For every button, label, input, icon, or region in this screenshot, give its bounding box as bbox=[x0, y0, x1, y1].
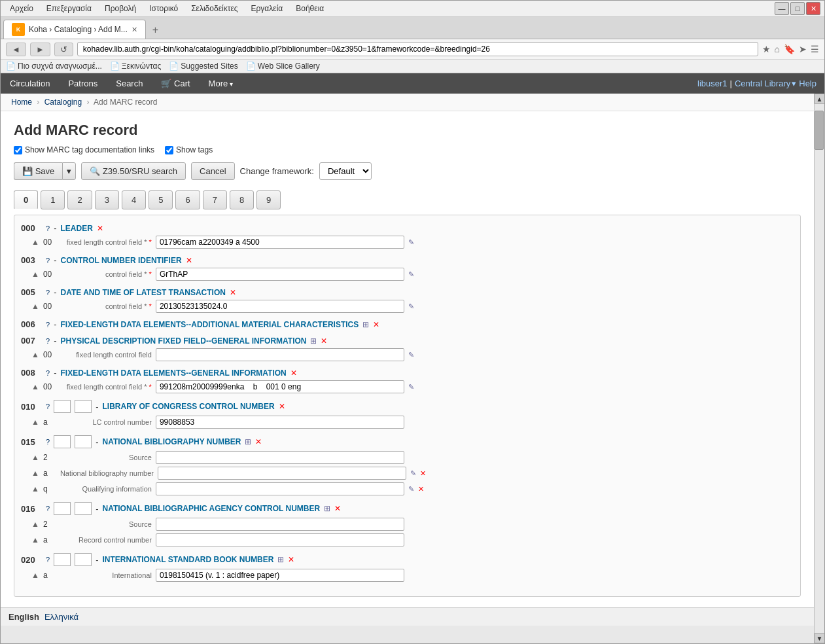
marc-help-005[interactable]: ? bbox=[46, 289, 50, 296]
subfield-edit-icon[interactable]: ✎ bbox=[408, 270, 414, 279]
marc-help-015[interactable]: ? bbox=[46, 438, 50, 446]
cancel-button[interactable]: Cancel bbox=[191, 162, 234, 180]
subfield-input-007-00[interactable] bbox=[156, 348, 404, 361]
marc-help-020[interactable]: ? bbox=[46, 556, 50, 564]
bookmark-webslice[interactable]: 📄 Web Slice Gallery bbox=[246, 62, 320, 71]
marc-ind1-020[interactable] bbox=[54, 553, 71, 566]
subfield-arrow-icon[interactable]: ▲ bbox=[31, 238, 39, 247]
bookmark-frequent[interactable]: 📄 Πιο συχνά αναγνωσμέ... bbox=[6, 62, 102, 71]
marc-clone-016[interactable]: ⊞ bbox=[324, 504, 330, 513]
breadcrumb-home[interactable]: Home bbox=[11, 98, 32, 107]
marc-tab-7[interactable]: 7 bbox=[203, 190, 227, 209]
menu-help[interactable]: Βοήθεια bbox=[290, 3, 329, 14]
nav-search[interactable]: Search bbox=[107, 73, 152, 94]
subfield-input-016-a[interactable] bbox=[156, 533, 404, 546]
show-marc-docs-label[interactable]: Show MARC tag documentation links bbox=[14, 145, 154, 154]
marc-tab-1[interactable]: 1 bbox=[41, 190, 65, 209]
nav-patrons[interactable]: Patrons bbox=[59, 73, 107, 94]
arrow-right-icon[interactable]: ➤ bbox=[799, 44, 807, 54]
marc-label-000[interactable]: LEADER bbox=[60, 224, 92, 233]
menu-file[interactable]: Αρχείο bbox=[5, 3, 39, 14]
tab-close-icon[interactable]: ✕ bbox=[132, 26, 137, 34]
marc-delete-020[interactable]: ✕ bbox=[288, 555, 294, 564]
subfield-arrow-icon[interactable]: ▲ bbox=[31, 302, 39, 311]
marc-label-006[interactable]: FIXED-LENGTH DATA ELEMENTS--ADDITIONAL M… bbox=[60, 320, 359, 329]
menu-icon[interactable]: ☰ bbox=[811, 44, 819, 54]
subfield-arrow-icon[interactable]: ▲ bbox=[31, 453, 39, 462]
subfield-input-000-00[interactable] bbox=[156, 236, 404, 249]
menu-bookmarks[interactable]: Σελιδοδείκτες bbox=[186, 3, 243, 14]
marc-delete-006[interactable]: ✕ bbox=[373, 320, 379, 329]
subfield-input-005-00[interactable] bbox=[156, 300, 404, 313]
close-button[interactable]: ✕ bbox=[806, 2, 820, 15]
marc-tab-3[interactable]: 3 bbox=[95, 190, 119, 209]
marc-tab-9[interactable]: 9 bbox=[256, 190, 281, 209]
subfield-edit-icon[interactable]: ✎ bbox=[408, 302, 414, 311]
marc-delete-000[interactable]: ✕ bbox=[97, 224, 103, 233]
marc-tab-8[interactable]: 8 bbox=[230, 190, 254, 209]
marc-tab-6[interactable]: 6 bbox=[175, 190, 200, 209]
marc-help-000[interactable]: ? bbox=[46, 224, 50, 232]
marc-label-003[interactable]: CONTROL NUMBER IDENTIFIER bbox=[60, 256, 181, 265]
star-icon[interactable]: ★ bbox=[762, 44, 771, 54]
marc-label-015[interactable]: NATIONAL BIBLIOGRAPHY NUMBER bbox=[102, 437, 241, 446]
marc-label-005[interactable]: DATE AND TIME OF LATEST TRANSACTION bbox=[60, 288, 225, 297]
bookmark-start[interactable]: 📄 Ξεκινώντας bbox=[110, 62, 161, 71]
subfield-arrow-icon[interactable]: ▲ bbox=[31, 350, 39, 359]
marc-clone-006[interactable]: ⊞ bbox=[362, 320, 369, 329]
show-marc-docs-checkbox[interactable] bbox=[14, 146, 22, 154]
marc-help-016[interactable]: ? bbox=[46, 505, 50, 512]
subfield-input-003-00[interactable] bbox=[156, 268, 404, 281]
marc-delete-003[interactable]: ✕ bbox=[186, 256, 192, 265]
subfield-arrow-icon[interactable]: ▲ bbox=[31, 382, 39, 391]
marc-clone-007[interactable]: ⊞ bbox=[310, 336, 317, 346]
marc-tab-4[interactable]: 4 bbox=[122, 190, 146, 209]
marc-tab-5[interactable]: 5 bbox=[149, 190, 173, 209]
marc-delete-005[interactable]: ✕ bbox=[230, 288, 236, 297]
save-dropdown-button[interactable]: ▾ bbox=[62, 162, 76, 180]
subfield-arrow-icon[interactable]: ▲ bbox=[31, 535, 39, 545]
marc-delete-008[interactable]: ✕ bbox=[290, 368, 297, 378]
scroll-up-button[interactable]: ▲ bbox=[815, 94, 825, 104]
marc-ind2-015[interactable] bbox=[75, 435, 92, 448]
nav-help[interactable]: Help bbox=[799, 79, 816, 88]
subfield-input-016-2[interactable] bbox=[156, 518, 404, 531]
marc-ind2-010[interactable] bbox=[75, 400, 92, 413]
marc-ind1-015[interactable] bbox=[54, 435, 71, 448]
marc-label-020[interactable]: INTERNATIONAL STANDARD BOOK NUMBER bbox=[102, 555, 273, 564]
framework-select[interactable]: Default bbox=[319, 162, 372, 180]
bookmark-icon[interactable]: 🔖 bbox=[784, 44, 795, 54]
marc-ind2-020[interactable] bbox=[75, 553, 92, 566]
maximize-button[interactable]: □ bbox=[790, 2, 805, 15]
subfield-input-015-2[interactable] bbox=[156, 451, 404, 464]
subfield-delete-icon[interactable]: ✕ bbox=[418, 485, 424, 493]
marc-help-010[interactable]: ? bbox=[46, 402, 50, 410]
subfield-arrow-icon[interactable]: ▲ bbox=[31, 571, 39, 580]
back-button[interactable]: ◄ bbox=[6, 43, 26, 56]
active-tab[interactable]: K Koha › Cataloging › Add M... ✕ bbox=[3, 20, 146, 39]
marc-help-008[interactable]: ? bbox=[46, 369, 50, 377]
marc-label-008[interactable]: FIXED-LENGTH DATA ELEMENTS--GENERAL INFO… bbox=[60, 368, 286, 378]
subfield-edit-icon[interactable]: ✎ bbox=[410, 469, 416, 478]
subfield-input-015-q[interactable] bbox=[156, 482, 404, 495]
nav-circulation[interactable]: Circulation bbox=[1, 73, 59, 94]
subfield-input-015-a[interactable] bbox=[158, 467, 406, 480]
subfield-edit-icon[interactable]: ✎ bbox=[408, 351, 414, 359]
nav-cart[interactable]: 🛒 Cart bbox=[152, 73, 199, 94]
marc-clone-015[interactable]: ⊞ bbox=[245, 437, 251, 446]
marc-tab-2[interactable]: 2 bbox=[67, 190, 92, 209]
marc-help-003[interactable]: ? bbox=[46, 257, 50, 264]
marc-label-016[interactable]: NATIONAL BIBLIOGRAPHIC AGENCY CONTROL NU… bbox=[102, 504, 320, 513]
save-button[interactable]: 💾 Save bbox=[14, 162, 62, 180]
show-tags-checkbox[interactable] bbox=[165, 146, 173, 154]
marc-ind1-016[interactable] bbox=[54, 502, 71, 515]
show-tags-label[interactable]: Show tags bbox=[165, 145, 213, 154]
subfield-arrow-icon[interactable]: ▲ bbox=[31, 418, 39, 427]
subfield-arrow-icon[interactable]: ▲ bbox=[31, 270, 39, 279]
forward-button[interactable]: ► bbox=[30, 43, 50, 56]
marc-delete-015[interactable]: ✕ bbox=[255, 437, 262, 446]
z3950-search-button[interactable]: 🔍 Z39.50/SRU search bbox=[81, 162, 186, 180]
marc-help-006[interactable]: ? bbox=[46, 321, 50, 329]
subfield-input-020-a[interactable] bbox=[156, 569, 404, 582]
subfield-edit-icon[interactable]: ✎ bbox=[408, 238, 414, 247]
